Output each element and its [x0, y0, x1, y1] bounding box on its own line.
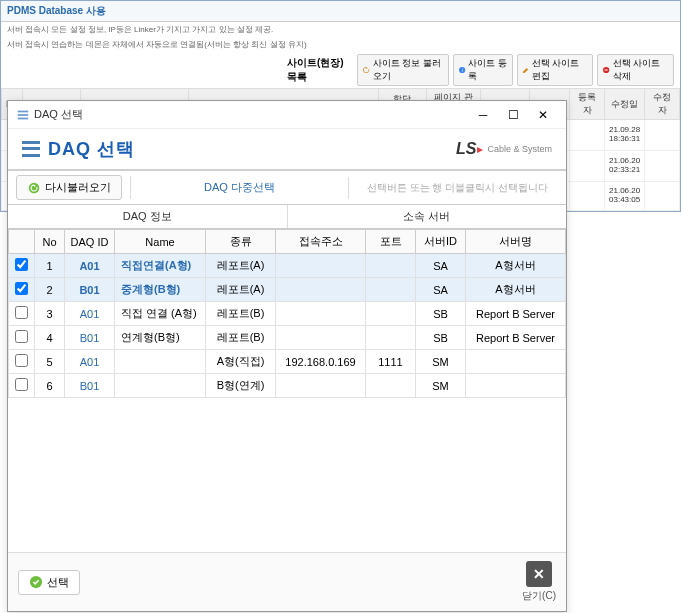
- close-button[interactable]: ✕: [528, 104, 558, 126]
- maximize-button[interactable]: ☐: [498, 104, 528, 126]
- col-srvname: 서버명: [466, 230, 566, 254]
- app-icon: [16, 108, 30, 122]
- edit-icon: [522, 65, 530, 75]
- daq-row[interactable]: 2 B01 중계형(B형) 레포트(A) SA A형서버: [9, 278, 566, 302]
- close-dialog-button[interactable]: ✕: [526, 561, 552, 587]
- sub-toolbar: 다시불러오기 DAQ 다중선택 선택버튼 또는 행 더블클릭시 선택됩니다: [8, 171, 566, 205]
- dialog-footer: 선택 ✕ 닫기(C): [8, 552, 566, 611]
- col-daqid: DAQ ID: [65, 230, 115, 254]
- bg-toolbar: 사이트(현장) 목록 사이트 정보 불러오기 i 사이트 등록 선택 사이트 편…: [1, 52, 680, 88]
- daq-row[interactable]: 4 B01 연계형(B형) 레포트(B) SB Report B Server: [9, 326, 566, 350]
- col-moduser: 수정자: [645, 89, 680, 120]
- window-title: PDMS Database 사용: [1, 1, 680, 22]
- import-site-button[interactable]: 사이트 정보 불러오기: [357, 54, 449, 86]
- daq-select-dialog: DAQ 선택 ─ ☐ ✕ DAQ 선택 LS ▸ Cable & System …: [7, 100, 567, 612]
- ls-logo: LS ▸ Cable & System: [456, 140, 552, 158]
- section-daq-info: DAQ 정보: [8, 205, 288, 228]
- select-button[interactable]: 선택: [18, 570, 80, 595]
- row-checkbox[interactable]: [15, 330, 28, 343]
- minimize-button[interactable]: ─: [468, 104, 498, 126]
- col-no: No: [35, 230, 65, 254]
- reload-button[interactable]: 다시불러오기: [16, 175, 122, 200]
- col-name: Name: [115, 230, 206, 254]
- daq-row[interactable]: 6 B01 B형(연계) SM: [9, 374, 566, 398]
- svg-point-27: [29, 182, 40, 193]
- close-label: 닫기(C): [522, 589, 556, 603]
- col-addr: 접속주소: [276, 230, 366, 254]
- row-checkbox[interactable]: [15, 306, 28, 319]
- dialog-header-title: DAQ 선택: [48, 137, 456, 161]
- row-checkbox[interactable]: [15, 258, 28, 271]
- col-type: 종류: [206, 230, 276, 254]
- daq-row[interactable]: 5 A01 A형(직접) 192.168.0.169 1111 SM: [9, 350, 566, 374]
- svg-rect-25: [18, 114, 29, 116]
- section-header: DAQ 정보 소속 서버: [8, 205, 566, 229]
- hint-text: 선택버튼 또는 행 더블클릭시 선택됩니다: [348, 177, 566, 199]
- delete-site-button[interactable]: 선택 사이트 삭제: [597, 54, 674, 86]
- dialog-header: DAQ 선택 LS ▸ Cable & System: [8, 129, 566, 171]
- subtitle-1: 서버 접속시 모든 설정 정보, IP등은 Linker가 기지고 가지고 있는…: [1, 22, 680, 37]
- row-checkbox[interactable]: [15, 378, 28, 391]
- multi-select-tab[interactable]: DAQ 다중선택: [130, 176, 348, 199]
- dialog-title: DAQ 선택: [34, 107, 468, 122]
- svg-rect-24: [18, 110, 29, 112]
- register-site-button[interactable]: i 사이트 등록: [453, 54, 513, 86]
- col-reguser: 등록자: [570, 89, 605, 120]
- delete-icon: [602, 65, 610, 75]
- dialog-titlebar: DAQ 선택 ─ ☐ ✕: [8, 101, 566, 129]
- row-checkbox[interactable]: [15, 354, 28, 367]
- row-checkbox[interactable]: [15, 282, 28, 295]
- section-server: 소속 서버: [288, 205, 567, 228]
- refresh-icon: [362, 65, 370, 75]
- svg-text:i: i: [462, 68, 463, 73]
- info-icon: i: [458, 65, 466, 75]
- col-moddate: 수정일: [605, 89, 645, 120]
- site-list-label: 사이트(현장) 목록: [287, 56, 353, 84]
- svg-rect-26: [18, 117, 29, 119]
- subtitle-2: 서버 접속시 연습하는 데몬은 자체에서 자동으로 연결됨(서버는 항상 최신 …: [1, 37, 680, 52]
- daq-row[interactable]: 1 A01 직접연결(A형) 레포트(A) SA A형서버: [9, 254, 566, 278]
- close-area: ✕ 닫기(C): [522, 561, 556, 603]
- col-checkbox: [9, 230, 35, 254]
- daq-table-header: No DAQ ID Name 종류 접속주소 포트 서버ID 서버명: [9, 230, 566, 254]
- daq-table: No DAQ ID Name 종류 접속주소 포트 서버ID 서버명 1 A01…: [8, 229, 566, 398]
- col-srvid: 서버ID: [416, 230, 466, 254]
- list-icon: [22, 139, 42, 159]
- daq-row[interactable]: 3 A01 직접 연결 (A형) 레포트(B) SB Report B Serv…: [9, 302, 566, 326]
- col-port: 포트: [366, 230, 416, 254]
- reload-icon: [27, 181, 41, 195]
- check-icon: [29, 575, 43, 589]
- logo-arrow-icon: ▸: [477, 142, 483, 156]
- edit-site-button[interactable]: 선택 사이트 편집: [517, 54, 594, 86]
